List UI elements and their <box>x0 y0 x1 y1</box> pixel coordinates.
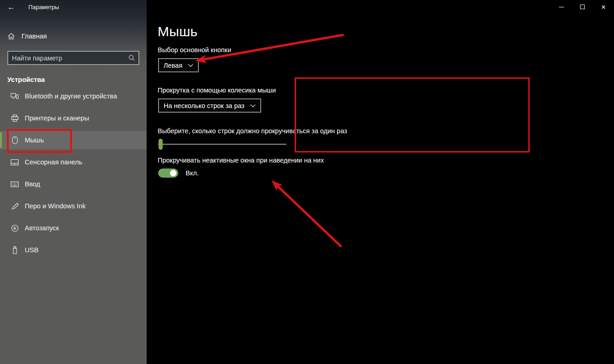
sidebar-item-label: Сенсорная панель <box>25 158 82 166</box>
sidebar-item-home[interactable]: Главная <box>7 28 147 44</box>
sidebar-item-label: Автозапуск <box>25 224 59 232</box>
sidebar-nav: Bluetooth и другие устройства Принтеры и… <box>0 87 147 259</box>
titlebar: ← Параметры <box>0 0 147 15</box>
touchpad-icon <box>10 159 19 166</box>
app-title: Параметры <box>28 4 59 11</box>
pen-icon <box>10 202 19 210</box>
sidebar-item-bluetooth[interactable]: Bluetooth и другие устройства <box>0 87 147 105</box>
toggle-knob <box>170 170 176 176</box>
dropdown-value: На несколько строк за раз <box>164 102 245 109</box>
maximize-icon <box>580 5 585 9</box>
sidebar: ← Параметры Главная Устройства Bluetooth… <box>0 0 147 364</box>
sidebar-item-label: Перо и Windows Ink <box>25 202 86 210</box>
dropdown-value: Левая <box>164 62 182 69</box>
sidebar-item-touchpad[interactable]: Сенсорная панель <box>0 153 147 171</box>
primary-button-dropdown[interactable]: Левая <box>158 58 199 72</box>
minimize-icon <box>559 7 564 7</box>
sidebar-item-label: Принтеры и сканеры <box>25 114 89 122</box>
slider-thumb[interactable] <box>159 139 163 150</box>
sidebar-item-mouse[interactable]: Мышь <box>0 131 147 149</box>
window-controls: × <box>551 0 614 14</box>
wheel-scroll-label: Прокрутка с помощью колесика мыши <box>158 87 276 94</box>
maximize-button[interactable] <box>572 0 593 14</box>
minimize-button[interactable] <box>551 0 572 14</box>
main-content: × Мышь Выбор основной кнопки Левая Прокр… <box>147 0 614 364</box>
sidebar-item-printers[interactable]: Принтеры и сканеры <box>0 109 147 127</box>
back-button[interactable]: ← <box>7 3 21 12</box>
sidebar-item-usb[interactable]: USB <box>0 241 147 259</box>
keyboard-icon <box>10 181 19 187</box>
close-icon: × <box>601 3 606 11</box>
search-input[interactable] <box>8 54 125 62</box>
primary-button-label: Выбор основной кнопки <box>158 46 231 54</box>
inactive-scroll-toggle-row: Вкл. <box>158 168 199 178</box>
sidebar-item-label: Мышь <box>25 136 44 144</box>
sidebar-item-label: Ввод <box>25 180 40 188</box>
close-button[interactable]: × <box>593 0 614 14</box>
lines-slider[interactable] <box>158 138 286 150</box>
wheel-scroll-dropdown[interactable]: На несколько строк за раз <box>158 98 261 113</box>
sidebar-item-label: USB <box>25 246 38 254</box>
autoplay-icon <box>10 224 19 232</box>
slider-track[interactable] <box>158 144 286 145</box>
toggle-state-label: Вкл. <box>186 169 199 177</box>
devices-icon <box>10 92 19 100</box>
sidebar-item-typing[interactable]: Ввод <box>0 175 147 193</box>
sidebar-section-title: Устройства <box>7 76 147 83</box>
page-title: Мышь <box>158 24 197 39</box>
inactive-scroll-toggle[interactable] <box>158 168 178 178</box>
chevron-down-icon <box>250 104 256 108</box>
usb-icon <box>10 246 19 254</box>
sidebar-item-autoplay[interactable]: Автозапуск <box>0 219 147 237</box>
sidebar-item-label: Bluetooth и другие устройства <box>25 92 117 100</box>
printer-icon <box>10 114 19 122</box>
sidebar-item-pen[interactable]: Перо и Windows Ink <box>0 197 147 215</box>
home-icon <box>7 33 15 40</box>
search-icon[interactable] <box>125 54 138 61</box>
chevron-down-icon <box>188 64 193 67</box>
inactive-scroll-label: Прокручивать неактивные окна при наведен… <box>158 157 324 164</box>
mouse-icon <box>10 136 19 144</box>
lines-slider-label: Выберите, сколько строк должно прокручив… <box>158 127 347 135</box>
search-box[interactable] <box>7 51 139 65</box>
sidebar-item-label: Главная <box>22 33 47 40</box>
